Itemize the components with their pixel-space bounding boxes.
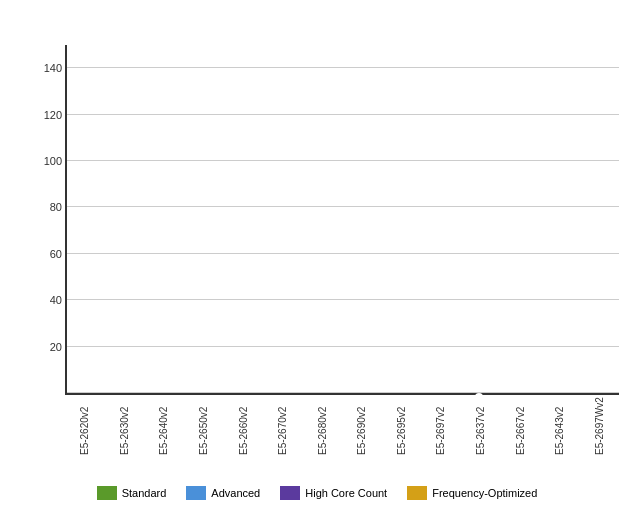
- bar-dot: [165, 377, 173, 385]
- x-label: E5-2670v2: [277, 395, 288, 455]
- x-label-group: E5-2637v2: [461, 395, 501, 455]
- x-label-group: E5-2690v2: [342, 395, 382, 455]
- bar-dot: [126, 377, 134, 385]
- x-label: E5-2650v2: [198, 395, 209, 455]
- x-label-group: E5-2697v2: [421, 395, 461, 455]
- x-label-group: E5-2620v2: [65, 395, 105, 455]
- x-label-group: E5-2650v2: [184, 395, 224, 455]
- x-label: E5-2697v2: [435, 395, 446, 455]
- y-tick-label: 80: [50, 201, 62, 213]
- x-label: E5-2697Wv2: [594, 395, 605, 455]
- legend-swatch: [407, 486, 427, 500]
- bar-dot: [242, 377, 250, 385]
- legend-swatch: [97, 486, 117, 500]
- bars-wrapper: [67, 45, 619, 393]
- x-label: E5-2630v2: [119, 395, 130, 455]
- bar-dot: [281, 377, 289, 385]
- legend-item: High Core Count: [280, 486, 387, 500]
- x-label: E5-2680v2: [317, 395, 328, 455]
- bar-dot: [552, 377, 560, 385]
- x-label-group: E5-2660v2: [223, 395, 263, 455]
- legend-item: Standard: [97, 486, 167, 500]
- legend-item: Frequency-Optimized: [407, 486, 537, 500]
- bar-dot: [397, 377, 405, 385]
- bar-dot: [475, 393, 483, 401]
- legend-swatch: [280, 486, 300, 500]
- bar-dot: [320, 377, 328, 385]
- legend: StandardAdvancedHigh Core CountFrequency…: [0, 486, 634, 500]
- bar-dot: [436, 377, 444, 385]
- x-label-group: E5-2670v2: [263, 395, 303, 455]
- x-label: E5-2637v2: [475, 395, 486, 455]
- bar-dot: [513, 377, 521, 385]
- chart-area: 20406080100120140: [65, 45, 619, 395]
- x-label: E5-2620v2: [79, 395, 90, 455]
- legend-label: Advanced: [211, 487, 260, 499]
- x-label-group: E5-2680v2: [302, 395, 342, 455]
- y-tick-label: 40: [50, 294, 62, 306]
- y-tick-label: 60: [50, 248, 62, 260]
- x-label: E5-2695v2: [396, 395, 407, 455]
- y-tick-label: 140: [44, 62, 62, 74]
- x-label-group: E5-2695v2: [382, 395, 422, 455]
- x-label-group: E5-2667v2: [500, 395, 540, 455]
- y-tick-label: 20: [50, 341, 62, 353]
- x-label-group: E5-2697Wv2: [580, 395, 620, 455]
- x-label: E5-2667v2: [515, 395, 526, 455]
- bar-dot: [591, 377, 599, 385]
- legend-label: High Core Count: [305, 487, 387, 499]
- chart-container: 20406080100120140 E5-2620v2E5-2630v2E5-2…: [0, 0, 634, 510]
- legend-item: Advanced: [186, 486, 260, 500]
- x-label-group: E5-2630v2: [105, 395, 145, 455]
- x-label: E5-2660v2: [238, 395, 249, 455]
- y-tick-label: 120: [44, 109, 62, 121]
- bar-dot: [87, 377, 95, 385]
- x-labels: E5-2620v2E5-2630v2E5-2640v2E5-2650v2E5-2…: [65, 395, 619, 455]
- legend-swatch: [186, 486, 206, 500]
- x-label: E5-2640v2: [158, 395, 169, 455]
- legend-label: Frequency-Optimized: [432, 487, 537, 499]
- bar-dot: [204, 377, 212, 385]
- x-label-group: E5-2643v2: [540, 395, 580, 455]
- x-label: E5-2690v2: [356, 395, 367, 455]
- x-label: E5-2643v2: [554, 395, 565, 455]
- y-tick-label: 100: [44, 155, 62, 167]
- bar-dot: [358, 377, 366, 385]
- legend-label: Standard: [122, 487, 167, 499]
- x-label-group: E5-2640v2: [144, 395, 184, 455]
